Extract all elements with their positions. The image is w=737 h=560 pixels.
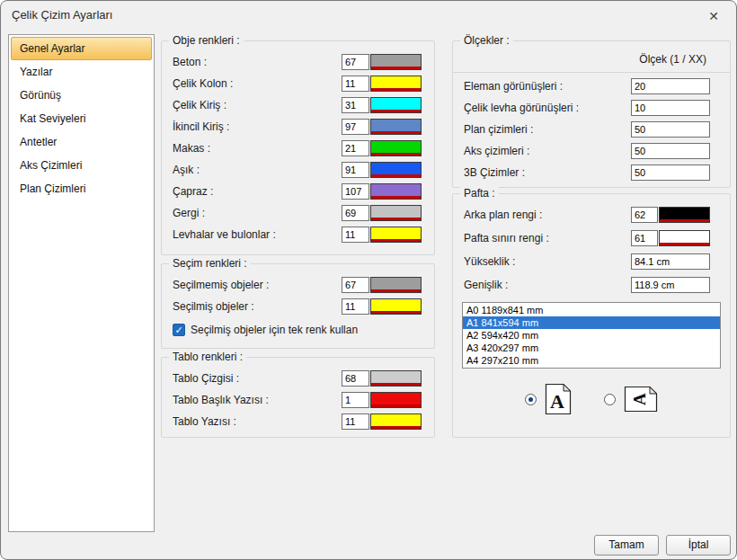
sidebar-item-antetler[interactable]: Antetler	[11, 130, 152, 154]
color-swatch-button[interactable]	[370, 298, 422, 315]
paper-size-item-a3[interactable]: A3 420x297 mm	[463, 342, 720, 354]
color-swatch-button[interactable]	[370, 76, 422, 92]
color-swatch-button[interactable]	[370, 205, 422, 221]
color-swatch-button[interactable]	[659, 230, 710, 246]
portrait-radio[interactable]	[525, 394, 537, 405]
color-number-input[interactable]	[342, 76, 369, 92]
color-number-input[interactable]	[631, 230, 658, 246]
dim-row-yukseklik: Yükseklik :	[464, 253, 710, 270]
color-swatch-button[interactable]	[370, 119, 422, 135]
color-fill	[371, 141, 421, 153]
close-icon[interactable]: ✕	[698, 4, 729, 28]
scale-row-label: Çelik levha görünüşleri :	[464, 102, 631, 114]
color-underline	[371, 404, 421, 407]
ok-button[interactable]: Tamam	[594, 535, 659, 556]
separator	[453, 72, 730, 73]
group-title: Pafta :	[460, 187, 499, 200]
orientation-landscape-option[interactable]: A	[604, 386, 658, 413]
color-swatch-button[interactable]	[370, 162, 422, 178]
color-number-input[interactable]	[342, 97, 369, 113]
color-number-input[interactable]	[342, 183, 369, 200]
color-row-ikincil-kiris: İkincil Kiriş :	[173, 119, 422, 135]
group-title: Tablo renkleri :	[169, 351, 246, 363]
table-colors-group: Tablo renkleri : Tablo Çizgisi : Tablo B…	[161, 357, 435, 438]
height-input[interactable]	[631, 253, 710, 270]
color-number-input[interactable]	[342, 162, 369, 178]
scale-value-input[interactable]	[631, 164, 710, 181]
paper-size-item-a2[interactable]: A2 594x420 mm	[463, 329, 720, 342]
color-number-input[interactable]	[342, 54, 369, 70]
color-fill	[371, 227, 421, 239]
paper-size-item-a1[interactable]: A1 841x594 mm	[463, 316, 720, 329]
scale-value-input[interactable]	[631, 100, 710, 116]
portrait-page-a-icon[interactable]: A	[545, 383, 572, 415]
sidebar-item-genel-ayarlar[interactable]: Genel Ayarlar	[11, 37, 152, 60]
scale-value-input[interactable]	[631, 121, 710, 138]
color-number-input[interactable]	[342, 298, 369, 315]
checkbox-checked-icon[interactable]	[173, 324, 185, 336]
titlebar: Çelik Çizim Ayarları ✕	[1, 1, 736, 30]
color-swatch-button[interactable]	[370, 413, 422, 430]
color-row-makas: Makas :	[173, 140, 422, 156]
color-swatch-button[interactable]	[370, 183, 422, 200]
color-number-input[interactable]	[342, 205, 369, 221]
svg-text:A: A	[550, 390, 564, 413]
sidebar-item-kat-seviyeleri[interactable]: Kat Seviyeleri	[11, 107, 152, 130]
color-row-label: Seçilmiş objeler :	[173, 300, 342, 313]
color-underline	[371, 289, 421, 292]
scale-row-celik-levha: Çelik levha görünüşleri :	[464, 100, 710, 116]
color-swatch-button[interactable]	[370, 370, 422, 387]
color-row-secilmemis: Seçilmemiş objeler :	[173, 277, 422, 293]
paper-size-item-a0[interactable]: A0 1189x841 mm	[463, 304, 720, 316]
color-fill	[371, 393, 421, 404]
color-number-input[interactable]	[342, 413, 369, 430]
color-row-label: Makas :	[173, 142, 342, 155]
color-swatch-button[interactable]	[370, 54, 422, 70]
color-row-celik-kolon: Çelik Kolon :	[173, 76, 422, 92]
color-swatch-button[interactable]	[370, 392, 422, 408]
orientation-portrait-option[interactable]: A	[525, 383, 572, 415]
color-swatch-button[interactable]	[659, 207, 710, 223]
dialog-title: Çelik Çizim Ayarları	[12, 8, 112, 22]
color-swatch-button[interactable]	[370, 227, 422, 243]
sidebar-item-plan-cizimleri[interactable]: Plan Çizimleri	[11, 177, 152, 200]
color-swatch-button[interactable]	[370, 140, 422, 156]
color-number-input[interactable]	[631, 207, 658, 223]
color-row-label: Pafta sınırı rengi :	[464, 232, 631, 244]
width-input[interactable]	[631, 277, 710, 293]
color-swatch-button[interactable]	[370, 277, 422, 293]
cancel-button[interactable]: İptal	[666, 535, 731, 556]
sidebar-item-yazilar[interactable]: Yazılar	[11, 60, 152, 84]
color-swatch-button[interactable]	[370, 97, 422, 113]
scale-row-plan: Plan çizimleri :	[464, 121, 710, 138]
sheet-group: Pafta : Arka plan rengi : Pafta sınırı r…	[452, 193, 731, 438]
color-fill	[371, 76, 421, 88]
color-underline	[371, 110, 421, 112]
color-row-secilmis: Seçilmiş objeler :	[173, 298, 422, 315]
color-number-input[interactable]	[342, 140, 369, 156]
group-title: Seçim renkleri :	[169, 257, 251, 270]
color-row-tablo-cizgisi: Tablo Çizgisi :	[173, 370, 422, 387]
color-number-input[interactable]	[342, 119, 369, 135]
paper-size-item-a4[interactable]: A4 297x210 mm	[463, 354, 720, 367]
color-number-input[interactable]	[342, 370, 369, 387]
color-number-input[interactable]	[342, 392, 369, 408]
landscape-radio[interactable]	[604, 394, 616, 405]
color-row-beton: Beton :	[173, 54, 422, 70]
scales-group: Ölçekler : Ölçek (1 / XX) Eleman görünüş…	[452, 40, 731, 188]
paper-size-listbox[interactable]: A0 1189x841 mm A1 841x594 mm A2 594x420 …	[462, 302, 721, 369]
selection-colors-group: Seçim renkleri : Seçilmemiş objeler : Se…	[161, 263, 435, 349]
scale-value-input[interactable]	[631, 143, 710, 159]
scale-row-aks: Aks çizimleri :	[464, 143, 710, 159]
scale-value-input[interactable]	[631, 78, 710, 94]
sidebar-item-gorunus[interactable]: Görünüş	[11, 84, 152, 107]
color-row-label: Çelik Kiriş :	[173, 99, 342, 111]
dim-row-label: Yükseklik :	[464, 255, 631, 268]
color-fill	[371, 163, 421, 174]
color-row-label: Arka plan rengi :	[464, 209, 631, 221]
landscape-page-a-icon[interactable]: A	[624, 386, 658, 413]
scale-row-eleman: Eleman görünüşleri :	[464, 78, 710, 94]
color-number-input[interactable]	[342, 227, 369, 243]
color-number-input[interactable]	[342, 277, 369, 293]
sidebar-item-aks-cizimleri[interactable]: Aks Çizimleri	[11, 154, 152, 177]
